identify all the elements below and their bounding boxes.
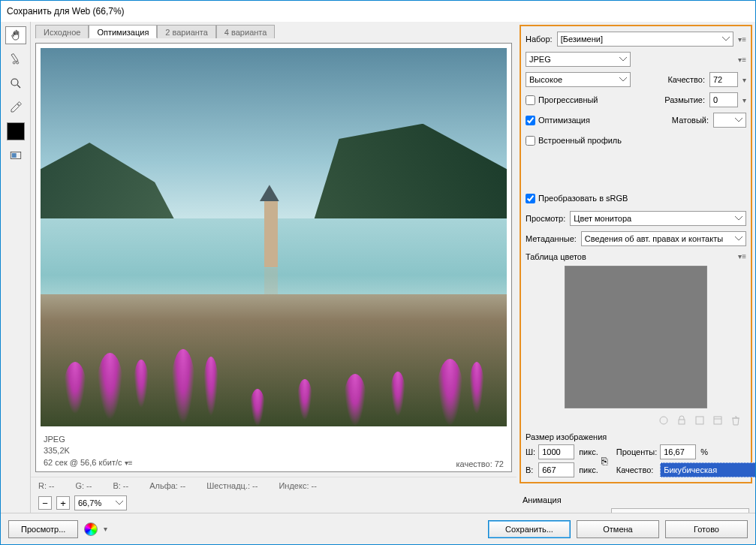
toggle-slices-icon[interactable]	[5, 146, 26, 164]
svg-rect-6	[714, 417, 721, 424]
height-unit: пикс.	[579, 465, 598, 474]
ct-shift-icon[interactable]	[694, 414, 706, 426]
format-menu-icon[interactable]: ▾≡	[738, 56, 746, 64]
status-format: JPEG	[44, 434, 132, 445]
height-input[interactable]	[538, 462, 574, 477]
tab-original[interactable]: Исходное	[35, 25, 89, 38]
tab-optimized[interactable]: Оптимизация	[89, 25, 157, 38]
status-time: 62 сек @ 56,6 кбит/с	[44, 458, 122, 467]
tab-4up[interactable]: 4 варианта	[216, 25, 276, 38]
height-label: В:	[526, 465, 535, 474]
width-label: Ш:	[526, 447, 535, 456]
done-button[interactable]: Готово	[665, 520, 748, 538]
color-table-label: Таблица цветов	[526, 252, 586, 261]
view-tabs: Исходное Оптимизация 2 варианта 4 вариан…	[31, 22, 517, 38]
status-quality: качество: 72	[456, 459, 504, 468]
percent-unit: %	[700, 447, 755, 456]
browser-preview-icon[interactable]	[84, 522, 98, 536]
info-alpha: Альфа: --	[149, 481, 185, 490]
blur-label: Размытие:	[664, 95, 705, 104]
info-b: B: --	[113, 481, 128, 490]
blur-dropdown-icon[interactable]: ▾	[742, 96, 746, 104]
width-input[interactable]	[538, 444, 574, 459]
resample-label: Качество:	[616, 465, 658, 474]
tab-2up[interactable]: 2 варианта	[157, 25, 216, 38]
bottom-bar: Просмотр... ▾ Сохранить... Отмена Готово	[1, 513, 755, 544]
ct-lock-icon[interactable]	[676, 414, 688, 426]
ct-trash-icon[interactable]	[730, 414, 742, 426]
slice-tool-icon[interactable]	[5, 50, 26, 68]
image-size-title: Размер изображения	[526, 431, 746, 443]
percent-input[interactable]	[660, 444, 696, 459]
link-dimensions-icon[interactable]: ⎘	[601, 455, 613, 467]
color-table-menu-icon[interactable]: ▾≡	[738, 252, 746, 261]
quality-preset-select[interactable]: Высокое	[526, 72, 631, 87]
ct-new-icon[interactable]	[712, 414, 724, 426]
loop-select: Однократно	[611, 508, 749, 513]
hand-tool-icon[interactable]	[5, 26, 26, 44]
info-hex: Шестнадц.: --	[206, 481, 258, 490]
svg-point-3	[660, 417, 667, 424]
zoom-select[interactable]: 66,7%	[74, 495, 127, 510]
save-button[interactable]: Сохранить...	[488, 520, 571, 538]
blur-input[interactable]	[709, 92, 738, 107]
quality-input[interactable]	[709, 72, 738, 87]
foreground-color-swatch[interactable]	[7, 122, 25, 140]
preview-mode-label: Просмотр:	[526, 214, 565, 223]
preset-select[interactable]: [Безимени]	[557, 32, 734, 47]
browser-menu-icon[interactable]: ▾	[104, 525, 107, 533]
preset-label: Набор:	[526, 35, 553, 44]
status-menu-icon[interactable]: ▾≡	[125, 459, 133, 467]
svg-point-0	[11, 79, 18, 86]
matte-select[interactable]	[713, 113, 746, 128]
optimized-checkbox[interactable]: Оптимизация	[526, 116, 590, 125]
preview-button[interactable]: Просмотр...	[8, 520, 78, 538]
preset-menu-icon[interactable]: ▾≡	[738, 35, 746, 44]
color-table	[565, 266, 707, 408]
resample-select[interactable]: Бикубическая	[660, 462, 755, 477]
format-select[interactable]: JPEG	[526, 52, 631, 67]
matte-label: Матовый:	[672, 116, 709, 125]
loop-label: Параметры повторов:	[523, 511, 607, 513]
zoom-row: − + 66,7%	[31, 493, 517, 513]
embed-profile-checkbox[interactable]: Встроенный профиль	[526, 136, 622, 146]
preview-mode-select[interactable]: Цвет монитора	[570, 211, 746, 226]
quality-label: Качество:	[667, 75, 705, 84]
settings-panel: Набор: [Безимени] ▾≡ JPEG ▾≡ Высокое Кач…	[517, 22, 755, 513]
percent-label: Проценты:	[616, 447, 658, 456]
window-title: Сохранить для Web (66,7%)	[7, 6, 125, 17]
image-preview[interactable]	[41, 48, 507, 426]
zoom-in-button[interactable]: +	[56, 496, 70, 510]
srgb-checkbox[interactable]: Преобразовать в sRGB	[526, 194, 628, 203]
titlebar: Сохранить для Web (66,7%)	[1, 1, 755, 22]
eyedropper-tool-icon[interactable]	[5, 98, 26, 116]
ct-eyedropper-icon[interactable]	[658, 414, 670, 426]
animation-title: Анимация	[523, 494, 749, 506]
metadata-select[interactable]: Сведения об авт. правах и контакты	[581, 231, 746, 246]
cancel-button[interactable]: Отмена	[577, 520, 659, 538]
left-toolbar	[1, 22, 31, 513]
width-unit: пикс.	[579, 447, 598, 456]
quality-dropdown-icon[interactable]: ▾	[742, 76, 746, 84]
info-r: R: --	[38, 481, 54, 490]
progressive-checkbox[interactable]: Прогрессивный	[526, 95, 598, 105]
info-index: Индекс: --	[279, 481, 316, 490]
color-table-tools	[526, 413, 746, 428]
info-g: G: --	[75, 481, 92, 490]
svg-rect-5	[696, 417, 703, 424]
preview-box: JPEG 335,2K 62 сек @ 56,6 кбит/с ▾≡ каче…	[35, 43, 512, 472]
color-info-bar: R: -- G: -- B: -- Альфа: -- Шестнадц.: -…	[31, 477, 517, 493]
svg-rect-4	[679, 420, 685, 424]
svg-rect-2	[11, 153, 16, 158]
status-size: 335,2K	[44, 445, 132, 456]
zoom-out-button[interactable]: −	[38, 496, 52, 510]
metadata-label: Метаданные:	[526, 234, 577, 243]
preview-status: JPEG 335,2K 62 сек @ 56,6 кбит/с ▾≡ каче…	[36, 431, 511, 471]
zoom-tool-icon[interactable]	[5, 74, 26, 92]
